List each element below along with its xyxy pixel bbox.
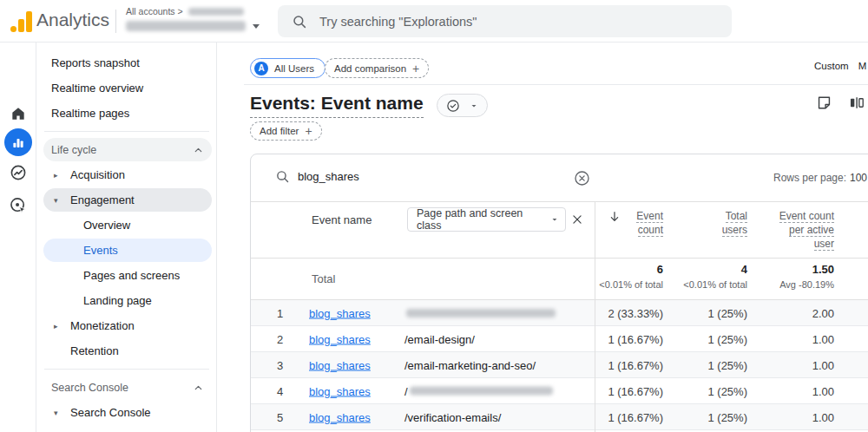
- reports-nav-button[interactable]: [0, 128, 36, 156]
- sidebar-item-realtime-overview[interactable]: Realtime overview: [37, 75, 216, 101]
- total-label: Total: [312, 272, 335, 285]
- home-icon: [10, 105, 27, 122]
- page-path-cell: /email-marketing-and-seo/: [404, 358, 536, 371]
- row-index: 3: [277, 358, 283, 371]
- page-path-cell: /: [404, 384, 553, 397]
- check-circle-icon: [445, 98, 461, 114]
- sidebar-item-events-selected[interactable]: Events: [37, 238, 216, 263]
- triangle-down-icon: ▾: [54, 409, 58, 417]
- table-row: 5 blog_shares /verification-emails/ 1 (1…: [251, 404, 868, 430]
- chevron-up-icon: [193, 144, 204, 155]
- triangle-down-icon: ▾: [54, 196, 58, 205]
- sidebar-item-pages-and-screens[interactable]: Pages and screens: [37, 263, 216, 288]
- sidebar-item-retention[interactable]: Retention: [37, 338, 216, 363]
- top-bar: Analytics All accounts > Try searching "…: [0, 0, 868, 43]
- sidebar-item-acquisition[interactable]: ▸Acquisition: [37, 162, 216, 187]
- rows-per-page-label: Rows per page:: [773, 172, 846, 184]
- total-users-cell: 1 (25%): [707, 306, 747, 319]
- event-name-link[interactable]: blog_shares: [309, 332, 371, 345]
- plus-icon: +: [412, 62, 419, 75]
- sidebar-item-engagement[interactable]: ▾ Engagement: [37, 187, 216, 213]
- sidebar-item-reports-snapshot[interactable]: Reports snapshot: [37, 50, 216, 75]
- event-count-cell: 1 (16.67%): [608, 358, 663, 371]
- all-users-chip[interactable]: A All Users: [250, 58, 326, 78]
- comparison-panel-button[interactable]: [849, 95, 865, 111]
- account-switcher[interactable]: All accounts >: [126, 6, 260, 31]
- total-users-column-header[interactable]: Total users: [722, 209, 747, 237]
- event-name-link[interactable]: blog_shares: [309, 410, 371, 423]
- table-body: 1 blog_shares 2 (33.33%) 1 (25%) 2.00 2 …: [251, 300, 868, 430]
- event-count-cell: 1 (16.67%): [608, 332, 663, 345]
- event-count-cell: 2 (33.33%): [608, 306, 663, 319]
- table-row: 1 blog_shares 2 (33.33%) 1 (25%) 2.00: [251, 300, 868, 326]
- date-range-label: Custom: [814, 61, 849, 71]
- global-search-input[interactable]: Try searching "Explorations": [278, 5, 732, 37]
- event-name-column-header[interactable]: Event name: [312, 213, 372, 226]
- brand-title: Analytics: [36, 10, 109, 30]
- report-status-menu[interactable]: [437, 94, 488, 117]
- table-search-input[interactable]: blog_shares: [275, 169, 359, 184]
- close-icon: [571, 213, 583, 226]
- add-comparison-button[interactable]: Add comparison +: [325, 58, 429, 78]
- sidebar-section-search-console[interactable]: Search Console: [37, 375, 216, 400]
- search-placeholder: Try searching "Explorations": [319, 15, 477, 29]
- page-path-cell: /verification-emails/: [404, 410, 501, 423]
- redacted-page-path: [410, 387, 553, 396]
- table-search-row: blog_shares Rows per page: 100: [251, 154, 868, 202]
- sidebar-section-life-cycle[interactable]: Life cycle: [37, 137, 216, 162]
- explore-nav-button[interactable]: [0, 163, 36, 182]
- total-count-per-user: 1.50 Avg -80.19%: [779, 263, 834, 290]
- left-icon-rail: [0, 43, 36, 432]
- caret-down-icon: [469, 101, 479, 111]
- secondary-dimension-select[interactable]: Page path and screen class: [407, 207, 566, 232]
- count-per-user-cell: 1.00: [812, 358, 834, 371]
- all-users-label: All Users: [274, 63, 314, 74]
- date-range-selector[interactable]: CustomM: [814, 61, 866, 71]
- sidebar-divider: [44, 369, 209, 370]
- event-name-link[interactable]: blog_shares: [309, 384, 371, 397]
- sidebar-item-realtime-pages[interactable]: Realtime pages: [37, 101, 216, 126]
- explore-icon: [9, 163, 28, 182]
- triangle-right-icon: ▸: [54, 322, 58, 331]
- event-count-column-header[interactable]: Event count: [636, 209, 663, 237]
- sidebar-item-search-console[interactable]: ▾Search Console: [37, 400, 216, 425]
- count-per-user-cell: 2.00: [812, 306, 834, 319]
- note-icon: [816, 95, 832, 111]
- total-users-cell: 1 (25%): [707, 358, 747, 371]
- sidebar-item-overview[interactable]: Overview: [37, 213, 216, 238]
- event-name-link[interactable]: blog_shares: [309, 358, 371, 371]
- sidebar-item-landing-page[interactable]: Landing page: [37, 288, 216, 313]
- triangle-right-icon: ▸: [54, 171, 58, 180]
- page-title[interactable]: Events: Event name: [250, 93, 424, 118]
- event-name-link[interactable]: blog_shares: [309, 306, 371, 319]
- total-users-cell: 1 (25%): [707, 384, 747, 397]
- redacted-property-name: [126, 21, 246, 31]
- rows-per-page-select[interactable]: 100: [850, 172, 867, 184]
- topbar-divider: [115, 10, 116, 33]
- clear-search-button[interactable]: [573, 169, 591, 187]
- page-path-cell: /email-design/: [404, 332, 475, 345]
- total-users: 4 <0.01% of total: [683, 263, 747, 290]
- search-icon: [292, 14, 307, 29]
- remove-secondary-dimension-button[interactable]: [571, 213, 583, 226]
- analytics-app: Analytics All accounts > Try searching "…: [0, 0, 868, 432]
- total-event-count: 6 <0.01% of total: [599, 263, 663, 290]
- count-per-user-cell: 1.00: [812, 384, 834, 397]
- sidebar-item-monetization[interactable]: ▸Monetization: [37, 313, 216, 338]
- page-path-cell: [404, 309, 556, 317]
- event-count-cell: 1 (16.67%): [608, 384, 663, 397]
- count-per-user-cell: 1.00: [812, 332, 834, 345]
- analytics-logo-icon[interactable]: [10, 11, 32, 32]
- event-count-per-active-user-column-header[interactable]: Event count per active user: [779, 209, 834, 251]
- home-nav-button[interactable]: [0, 105, 36, 122]
- sidebar-item-queries[interactable]: Queries: [37, 425, 216, 432]
- add-filter-button[interactable]: Add filter +: [250, 121, 322, 141]
- event-count-cell: 1 (16.67%): [608, 410, 663, 423]
- advertising-nav-button[interactable]: [0, 196, 36, 215]
- search-icon: [275, 169, 290, 184]
- add-note-button[interactable]: [816, 95, 832, 111]
- sort-descending-icon[interactable]: [608, 210, 621, 224]
- comparison-bars-icon: [849, 95, 865, 111]
- redacted-account-name: [188, 8, 244, 16]
- reports-icon: [4, 128, 32, 156]
